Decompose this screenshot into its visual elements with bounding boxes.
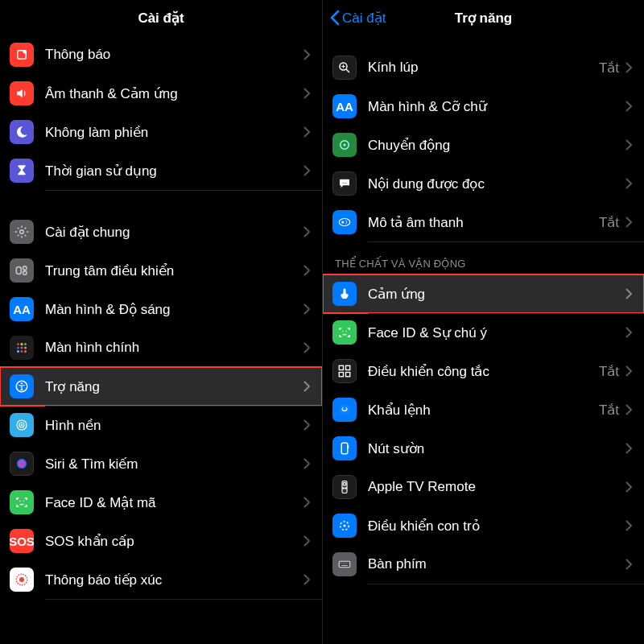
svg-point-44: [343, 488, 345, 489]
row-keyboard[interactable]: Bàn phím: [323, 545, 644, 584]
row-spoken-content[interactable]: ⋯ Nội dung được đọc: [323, 164, 644, 203]
svg-point-2: [20, 230, 24, 234]
motion-icon: [332, 133, 357, 157]
display-icon: AA: [10, 297, 34, 321]
row-touch[interactable]: Cảm ứng: [323, 275, 644, 313]
svg-point-30: [341, 221, 344, 224]
svg-rect-48: [339, 561, 350, 568]
home-screen-icon: [10, 336, 34, 360]
row-label: Màn hình & Độ sáng: [45, 301, 303, 318]
row-label: Cài đặt chung: [45, 224, 303, 241]
svg-rect-33: [339, 365, 343, 369]
row-side-button[interactable]: Nút sườn: [323, 429, 644, 468]
svg-point-39: [346, 407, 348, 409]
svg-point-4: [23, 266, 27, 270]
control-center-icon: [10, 258, 34, 283]
row-faceid-attention[interactable]: Face ID & Sự chú ý: [323, 313, 644, 352]
chevron-right-icon: [303, 49, 310, 60]
row-label: Chuyển động: [368, 137, 625, 154]
svg-point-11: [24, 347, 27, 349]
row-notifications[interactable]: Thông báo: [0, 35, 322, 74]
row-label: Nút sườn: [368, 440, 625, 457]
chevron-right-icon: [303, 381, 310, 392]
row-apple-tv-remote[interactable]: Apple TV Remote: [323, 468, 644, 506]
switch-control-icon: [332, 359, 357, 383]
row-faceid[interactable]: Face ID & Mật mã: [0, 483, 322, 522]
row-exposure[interactable]: Thông báo tiếp xúc: [0, 560, 322, 599]
svg-rect-40: [341, 443, 348, 454]
siri-icon: [10, 452, 34, 476]
chevron-right-icon: [303, 88, 310, 99]
row-label: Thông báo tiếp xúc: [45, 572, 303, 588]
header: Cài đặt: [0, 0, 322, 35]
row-value: Tắt: [599, 214, 619, 231]
row-voice-control[interactable]: Khẩu lệnh Tắt: [323, 390, 644, 429]
svg-point-10: [21, 347, 23, 349]
row-wallpaper[interactable]: Hình nền: [0, 406, 322, 444]
chevron-right-icon: [625, 178, 632, 189]
row-sounds[interactable]: Âm thanh & Cảm ứng: [0, 74, 322, 113]
row-control-center[interactable]: Trung tâm điều khiển: [0, 251, 322, 290]
svg-rect-35: [339, 373, 343, 377]
row-switch-control[interactable]: Điều khiển công tắc Tắt: [323, 352, 644, 390]
back-button[interactable]: Cài đặt: [329, 0, 386, 35]
chevron-right-icon: [625, 62, 632, 73]
remote-icon: [332, 475, 357, 499]
chevron-right-icon: [303, 303, 310, 315]
row-accessibility[interactable]: Trợ năng: [0, 367, 322, 406]
row-home-screen[interactable]: Màn hình chính: [0, 328, 322, 367]
text-size-icon: AA: [332, 94, 357, 118]
accessibility-pane: Cài đặt Trợ năng Kính lúp Tắt AA Màn hìn…: [322, 0, 644, 644]
row-label: Thông báo: [45, 47, 303, 63]
row-screentime[interactable]: Thời gian sử dụng: [0, 151, 322, 190]
group-spacer: [0, 190, 322, 213]
row-label: Kính lúp: [368, 60, 599, 76]
chevron-right-icon: [303, 535, 310, 547]
faceid-icon: [10, 490, 34, 514]
svg-point-6: [17, 343, 19, 345]
page-title: Trợ năng: [455, 10, 512, 27]
magnifier-icon: [332, 56, 357, 80]
svg-point-45: [345, 488, 347, 489]
row-motion[interactable]: Chuyển động: [323, 126, 644, 164]
chevron-right-icon: [625, 101, 632, 112]
faceid-icon: [332, 320, 357, 345]
row-label: Hình nền: [45, 417, 303, 434]
settings-pane: Cài đặt Thông báo Âm thanh & Cảm ứng Khô…: [0, 0, 322, 644]
row-label: Thời gian sử dụng: [45, 163, 303, 180]
chevron-right-icon: [303, 126, 310, 138]
row-label: Khẩu lệnh: [368, 402, 599, 419]
wallpaper-icon: [10, 413, 34, 437]
row-audio-desc[interactable]: Mô tả âm thanh Tắt: [323, 203, 644, 242]
sound-icon: [10, 81, 34, 105]
hourglass-icon: [10, 159, 34, 183]
row-dnd[interactable]: Không làm phiền: [0, 113, 322, 151]
chevron-right-icon: [303, 574, 310, 585]
row-pointer-control[interactable]: Điều khiển con trỏ: [323, 506, 644, 545]
row-label: Điều khiển con trỏ: [368, 518, 625, 535]
sos-icon: SOS: [10, 529, 34, 553]
back-label: Cài đặt: [342, 10, 386, 27]
chevron-right-icon: [303, 165, 310, 176]
notifications-icon: [10, 43, 34, 67]
row-display-text[interactable]: AA Màn hình & Cỡ chữ: [323, 87, 644, 126]
svg-point-29: [339, 219, 350, 226]
chevron-right-icon: [625, 559, 632, 570]
row-siri[interactable]: Siri & Tìm kiếm: [0, 444, 322, 483]
row-display[interactable]: AA Màn hình & Độ sáng: [0, 290, 322, 328]
svg-point-8: [24, 343, 27, 345]
svg-rect-41: [348, 445, 349, 448]
row-sos[interactable]: SOS SOS khẩn cấp: [0, 522, 322, 560]
chevron-right-icon: [303, 419, 310, 431]
voice-control-icon: [332, 398, 357, 422]
row-general[interactable]: Cài đặt chung: [0, 213, 322, 251]
svg-point-13: [21, 350, 23, 353]
svg-point-5: [23, 271, 27, 275]
exposure-icon: [10, 568, 34, 592]
page-title: Cài đặt: [138, 10, 184, 27]
chevron-right-icon: [625, 139, 632, 151]
svg-point-21: [19, 501, 21, 502]
row-label: Mô tả âm thanh: [368, 214, 599, 231]
row-magnifier[interactable]: Kính lúp Tắt: [323, 48, 644, 87]
chevron-right-icon: [625, 404, 632, 415]
